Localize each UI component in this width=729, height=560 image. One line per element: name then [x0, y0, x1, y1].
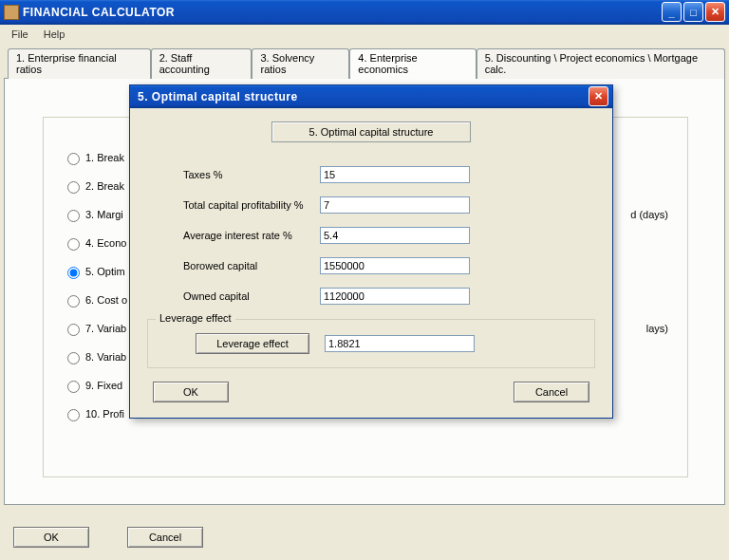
radio-8-input[interactable]: [67, 352, 80, 364]
tab-4[interactable]: 4. Enterprise economics: [349, 48, 476, 79]
modal-ok-button[interactable]: OK: [153, 382, 229, 402]
window-title: FINANCIAL CALCULATOR: [23, 6, 662, 19]
leverage-groupbox: Leverage effect Leverage effect: [147, 319, 595, 368]
radio-4-input[interactable]: [67, 238, 80, 251]
borrowed-label: Borowed capital: [147, 260, 320, 271]
menu-help[interactable]: Help: [36, 27, 73, 42]
tab-3[interactable]: 3. Solvency ratios: [252, 48, 349, 79]
modal-header-button[interactable]: 5. Optimal capital structure: [271, 121, 471, 142]
modal-title: 5. Optimal capital structure: [134, 90, 589, 103]
interest-label: Average interest rate %: [147, 230, 320, 241]
profit-input[interactable]: [320, 196, 470, 214]
radio-3-input[interactable]: [67, 210, 80, 222]
modal-cancel-button[interactable]: Cancel: [514, 382, 589, 402]
owned-input[interactable]: [320, 288, 470, 305]
radio-10-input[interactable]: [67, 409, 80, 421]
interest-input[interactable]: [320, 227, 470, 244]
app-icon: [4, 5, 19, 20]
tab-2[interactable]: 2. Staff accounting: [151, 48, 252, 79]
radio-7-input[interactable]: [67, 324, 80, 336]
taxes-input[interactable]: [320, 166, 470, 183]
leverage-legend: Leverage effect: [156, 312, 235, 324]
maximize-button[interactable]: □: [683, 2, 703, 22]
main-cancel-button[interactable]: Cancel: [127, 527, 203, 548]
radio-5-input[interactable]: [67, 267, 80, 279]
menu-file[interactable]: File: [4, 27, 36, 42]
borrowed-input[interactable]: [320, 257, 470, 274]
modal-titlebar: 5. Optimal capital structure ✕: [130, 85, 612, 108]
profit-label: Total capital profitability %: [147, 199, 320, 211]
radio-6-input[interactable]: [67, 295, 80, 308]
tab-5[interactable]: 5. Discounting \ Project economics \ Mor…: [477, 48, 725, 79]
modal-close-button[interactable]: ✕: [589, 86, 608, 106]
owned-label: Owned capital: [147, 290, 320, 302]
leverage-button[interactable]: Leverage effect: [196, 333, 309, 354]
menubar: File Help: [0, 25, 729, 44]
radio-1-input[interactable]: [67, 153, 80, 165]
taxes-label: Taxes %: [147, 169, 320, 180]
tab-1[interactable]: 1. Enterprise financial ratios: [8, 48, 151, 79]
main-titlebar: FINANCIAL CALCULATOR _ □ ✕: [0, 0, 729, 25]
minimize-button[interactable]: _: [662, 2, 682, 22]
radio-2-input[interactable]: [67, 181, 80, 194]
main-ok-button[interactable]: OK: [13, 527, 89, 548]
tab-row: 1. Enterprise financial ratios 2. Staff …: [8, 48, 725, 79]
leverage-output[interactable]: [325, 335, 475, 352]
modal-dialog: 5. Optimal capital structure ✕ 5. Optima…: [129, 84, 613, 419]
radio-9-input[interactable]: [67, 381, 80, 393]
close-button[interactable]: ✕: [705, 2, 725, 22]
